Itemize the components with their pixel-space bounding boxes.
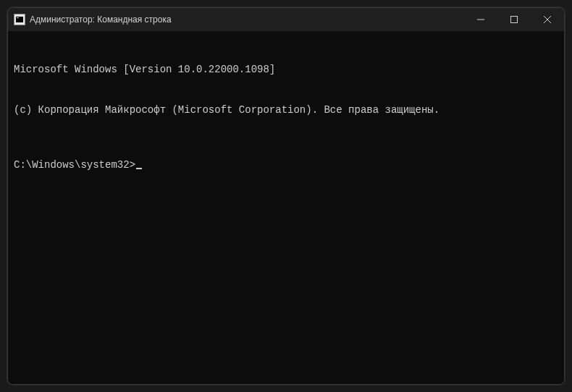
minimize-icon — [477, 16, 484, 23]
close-button[interactable] — [531, 8, 564, 31]
copyright-line: (c) Корпорация Майкрософт (Microsoft Cor… — [14, 103, 558, 117]
cursor — [136, 168, 142, 169]
maximize-button[interactable] — [497, 8, 531, 31]
prompt-line: C:\Windows\system32> — [14, 158, 558, 172]
minimize-button[interactable] — [464, 8, 497, 31]
svg-rect-1 — [511, 17, 518, 23]
version-line: Microsoft Windows [Version 10.0.22000.10… — [14, 63, 558, 77]
terminal-output[interactable]: Microsoft Windows [Version 10.0.22000.10… — [8, 31, 564, 384]
window-title: Администратор: Командная строка — [30, 14, 464, 25]
command-prompt-window: Администратор: Командная строка Microsof… — [7, 7, 565, 385]
close-icon — [544, 16, 551, 23]
prompt-text: C:\Windows\system32> — [14, 159, 135, 171]
window-controls — [464, 8, 564, 31]
cmd-icon — [14, 14, 25, 25]
titlebar[interactable]: Администратор: Командная строка — [8, 8, 564, 31]
maximize-icon — [510, 16, 518, 23]
